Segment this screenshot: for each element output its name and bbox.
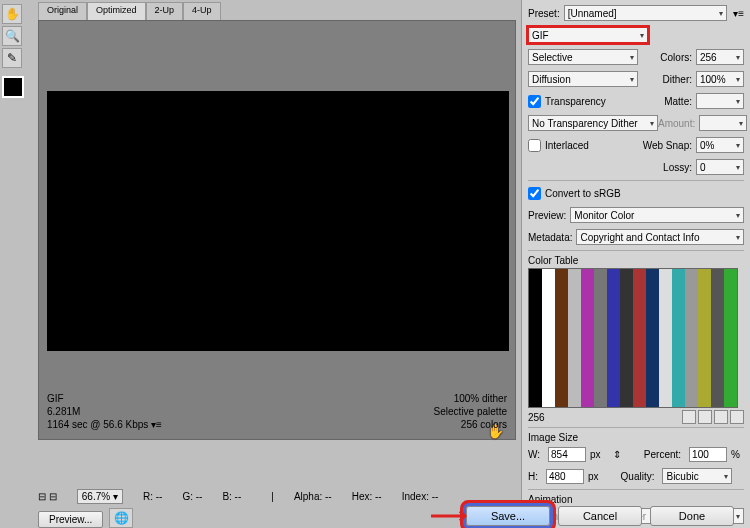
websnap-select[interactable]: 0% bbox=[696, 137, 744, 153]
ct-lock-icon[interactable] bbox=[682, 410, 696, 424]
info-time: 1164 sec @ 56.6 Kbps ▾≡ bbox=[47, 418, 162, 431]
eyedropper-tool-icon[interactable]: ✎ bbox=[2, 48, 22, 68]
lossy-select[interactable]: 0 bbox=[696, 159, 744, 175]
metadata-select[interactable]: Copyright and Contact Info bbox=[576, 229, 744, 245]
panel-menu-icon[interactable]: ▾≡ bbox=[733, 8, 744, 19]
readout-alpha: Alpha: -- bbox=[294, 491, 332, 502]
image-size-header: Image Size bbox=[528, 432, 744, 443]
view-tabs: Original Optimized 2-Up 4-Up bbox=[38, 2, 221, 20]
left-toolbar: ✋ 🔍 ✎ bbox=[2, 4, 26, 98]
preset-label: Preset: bbox=[528, 8, 560, 19]
hand-tool-icon[interactable]: ✋ bbox=[2, 4, 22, 24]
info-dither: 100% dither bbox=[434, 392, 507, 405]
tab-2up[interactable]: 2-Up bbox=[146, 2, 184, 20]
tab-optimized[interactable]: Optimized bbox=[87, 2, 146, 20]
info-palette: Selective palette bbox=[434, 405, 507, 418]
interlaced-checkbox[interactable] bbox=[528, 139, 541, 152]
interlaced-label: Interlaced bbox=[545, 140, 589, 151]
dither-label: Dither: bbox=[663, 74, 692, 85]
preview-info: GIF 6.281M 1164 sec @ 56.6 Kbps ▾≡ 100% … bbox=[47, 392, 507, 431]
percent-label: Percent: bbox=[644, 449, 681, 460]
width-label: W: bbox=[528, 449, 540, 460]
format-select[interactable]: GIF bbox=[528, 27, 648, 43]
dither-value-select[interactable]: 100% bbox=[696, 71, 744, 87]
tab-4up[interactable]: 4-Up bbox=[183, 2, 221, 20]
transparency-checkbox[interactable] bbox=[528, 95, 541, 108]
metadata-label: Metadata: bbox=[528, 232, 572, 243]
color-table-count: 256 bbox=[528, 412, 545, 423]
websnap-label: Web Snap: bbox=[643, 140, 692, 151]
color-table-header: Color Table bbox=[528, 255, 744, 266]
readout-hex: Hex: -- bbox=[352, 491, 382, 502]
done-button[interactable]: Done bbox=[650, 506, 734, 526]
width-input[interactable] bbox=[548, 447, 586, 462]
zoom-select[interactable]: 66.7% ▾ bbox=[77, 489, 123, 504]
preview-image bbox=[47, 91, 509, 351]
settings-panel: Preset: [Unnamed] ▾≡ GIF ⟵ Selective Col… bbox=[521, 0, 750, 528]
dither-method-select[interactable]: Diffusion bbox=[528, 71, 638, 87]
preview-profile-select[interactable]: Monitor Color bbox=[570, 207, 744, 223]
ct-new-icon[interactable] bbox=[714, 410, 728, 424]
preset-select[interactable]: [Unnamed] bbox=[564, 5, 727, 21]
readout-r: R: -- bbox=[143, 491, 162, 502]
colors-label: Colors: bbox=[660, 52, 692, 63]
percent-input[interactable] bbox=[689, 447, 727, 462]
srgb-label: Convert to sRGB bbox=[545, 188, 621, 199]
annotation-arrow-icon: ⟶ bbox=[430, 500, 467, 528]
transparency-dither-select[interactable]: No Transparency Dither bbox=[528, 115, 658, 131]
ct-trash-icon[interactable] bbox=[730, 410, 744, 424]
amount-select bbox=[699, 115, 747, 131]
reduction-select[interactable]: Selective bbox=[528, 49, 638, 65]
zoom-tool-icon[interactable]: 🔍 bbox=[2, 26, 22, 46]
info-colors: 256 colors bbox=[434, 418, 507, 431]
info-size: 6.281M bbox=[47, 405, 162, 418]
height-label: H: bbox=[528, 471, 538, 482]
preview-profile-label: Preview: bbox=[528, 210, 566, 221]
info-format: GIF bbox=[47, 392, 162, 405]
preview-button[interactable]: Preview... bbox=[38, 511, 103, 528]
main-area: ✋ 🔍 ✎ Original Optimized 2-Up 4-Up ✋ GIF… bbox=[0, 0, 519, 528]
save-button[interactable]: Save... bbox=[466, 506, 550, 526]
cancel-button[interactable]: Cancel bbox=[558, 506, 642, 526]
amount-label: Amount: bbox=[658, 118, 695, 129]
matte-label: Matte: bbox=[664, 96, 692, 107]
colors-select[interactable]: 256 bbox=[696, 49, 744, 65]
browser-preview-icon[interactable]: 🌐 bbox=[109, 508, 133, 528]
srgb-checkbox[interactable] bbox=[528, 187, 541, 200]
quality-select[interactable]: Bicubic bbox=[662, 468, 732, 484]
quality-label: Quality: bbox=[621, 471, 655, 482]
color-swatch[interactable] bbox=[2, 76, 24, 98]
link-icon[interactable]: ⇕ bbox=[613, 449, 621, 460]
canvas-area[interactable]: ✋ GIF 6.281M 1164 sec @ 56.6 Kbps ▾≡ 100… bbox=[38, 20, 516, 440]
color-table-toolbar bbox=[682, 410, 744, 424]
readout-b: B: -- bbox=[222, 491, 241, 502]
ct-map-icon[interactable] bbox=[698, 410, 712, 424]
preview-row: Preview... 🌐 bbox=[38, 508, 133, 528]
lossy-label: Lossy: bbox=[663, 162, 692, 173]
tab-original[interactable]: Original bbox=[38, 2, 87, 20]
status-nav-icon[interactable]: ⊟ ⊟ bbox=[38, 491, 57, 502]
readout-g: G: -- bbox=[182, 491, 202, 502]
matte-select[interactable] bbox=[696, 93, 744, 109]
transparency-label: Transparency bbox=[545, 96, 606, 107]
height-input[interactable] bbox=[546, 469, 584, 484]
color-table[interactable] bbox=[528, 268, 738, 408]
animation-header: Animation bbox=[528, 494, 744, 505]
dialog-footer: Save... Cancel Done bbox=[466, 506, 734, 526]
